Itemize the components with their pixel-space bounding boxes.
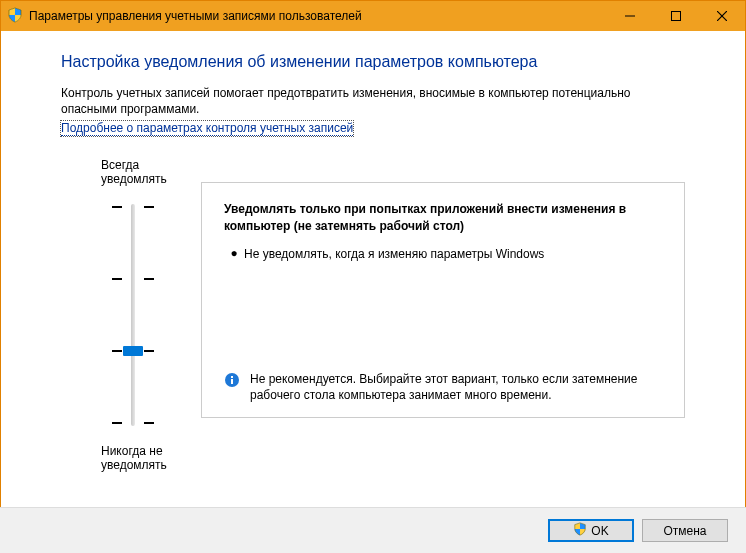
slider-tick — [144, 206, 154, 208]
window-controls — [607, 1, 745, 31]
close-button[interactable] — [699, 1, 745, 31]
svg-rect-6 — [231, 376, 233, 378]
svg-rect-5 — [231, 379, 233, 384]
learn-more-link[interactable]: Подробнее о параметрах контроля учетных … — [61, 121, 353, 136]
bullet-icon: ● — [224, 246, 244, 262]
slider-tick — [144, 278, 154, 280]
slider-top-label: Всегда уведомлять — [101, 158, 201, 186]
slider-tick — [112, 278, 122, 280]
shield-icon — [573, 522, 587, 539]
level-description-panel: Уведомлять только при попытках приложени… — [201, 182, 685, 418]
info-icon — [224, 372, 240, 391]
slider-tick — [144, 422, 154, 424]
titlebar: Параметры управления учетными записями п… — [1, 1, 745, 31]
dialog-footer: OK Отмена — [0, 507, 746, 553]
slider-tick — [112, 206, 122, 208]
level-title: Уведомлять только при попытках приложени… — [224, 201, 662, 233]
svg-rect-1 — [672, 12, 681, 21]
slider-bottom-label: Никогда не уведомлять — [101, 444, 201, 472]
slider-thumb[interactable] — [123, 346, 143, 356]
cancel-button[interactable]: Отмена — [642, 519, 728, 542]
ok-button-label: OK — [591, 524, 608, 538]
slider-tick — [112, 422, 122, 424]
level-bullet-text: Не уведомлять, когда я изменяю параметры… — [244, 246, 662, 262]
slider-tick — [112, 350, 122, 352]
notification-slider[interactable]: Всегда уведомлять Никогда не уведомлять — [61, 158, 201, 472]
content-area: Настройка уведомления об изменении парам… — [1, 31, 745, 482]
recommendation-text: Не рекомендуется. Выбирайте этот вариант… — [250, 371, 662, 403]
slider-track[interactable] — [131, 204, 135, 426]
cancel-button-label: Отмена — [663, 524, 706, 538]
shield-icon — [7, 7, 23, 26]
ok-button[interactable]: OK — [548, 519, 634, 542]
slider-tick — [144, 350, 154, 352]
page-heading: Настройка уведомления об изменении парам… — [61, 53, 685, 71]
description-text: Контроль учетных записей помогает предот… — [61, 85, 685, 117]
maximize-button[interactable] — [653, 1, 699, 31]
minimize-button[interactable] — [607, 1, 653, 31]
window-title: Параметры управления учетными записями п… — [29, 9, 607, 23]
